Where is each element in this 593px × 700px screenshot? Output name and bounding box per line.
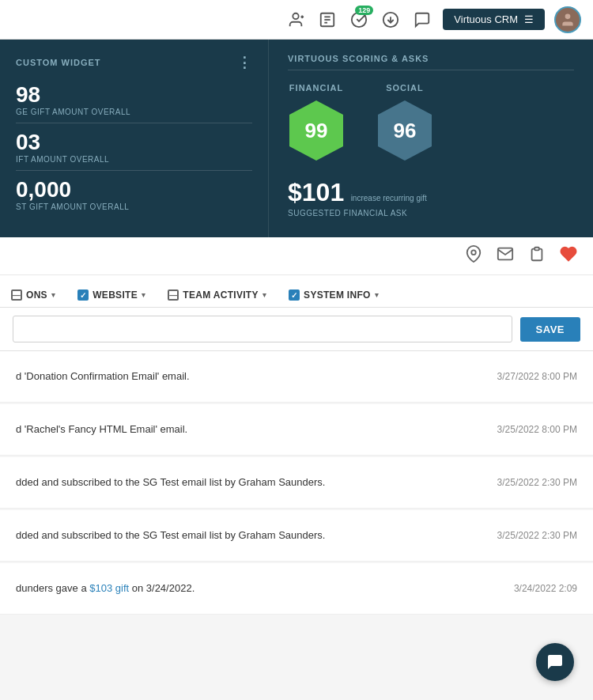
hamburger-icon: ☰ [524,13,534,25]
social-hexagon: 96 [376,99,433,162]
activity-date-5: 3/24/2022 2:09 [514,583,577,594]
notifications-icon[interactable]: 129 [348,9,370,31]
widget-menu-icon[interactable]: ⋮ [237,54,252,71]
filter-website[interactable]: ✓ WEBSITE ▾ [66,283,157,307]
financial-hexagon: 99 [288,99,345,162]
stat-2: 03 IFT AMOUNT OVERALL [16,130,252,164]
financial-score: FINANCIAL 99 [288,83,345,162]
gift-link[interactable]: $103 gift [89,582,129,594]
filter-system-info[interactable]: ✓ SYSTEM INFO ▾ [278,283,390,307]
activity-item-5: dunders gave a $103 gift on 3/24/2022. 3… [0,563,593,615]
activity-date-4: 3/25/2022 2:30 PM [497,530,577,541]
add-contact-icon[interactable] [285,9,307,31]
location-icon[interactable] [465,245,482,267]
activity-text-4: dded and subscribed to the SG Test email… [16,528,482,543]
chat-button[interactable] [536,643,574,681]
dashboard-panel: CUSTOM WIDGET ⋮ 98 GE GIFT AMOUNT OVERAL… [0,40,593,237]
activity-text-1: d 'Donation Confirmation Email' email. [16,369,482,384]
filter-ons[interactable]: — ONS ▾ [0,283,66,307]
top-navigation: 129 Virtuous CRM ☰ [0,0,593,40]
filter-input[interactable] [13,316,512,342]
activity-date-2: 3/25/2022 8:00 PM [497,424,577,435]
stat-1: 98 GE GIFT AMOUNT OVERALL [16,82,252,116]
messages-icon[interactable] [411,9,433,31]
filter-ons-checkbox[interactable]: — [11,289,22,301]
filter-ons-chevron: ▾ [51,291,55,299]
svg-point-13 [471,250,476,255]
clipboard-icon[interactable] [528,245,546,267]
tasks-icon[interactable] [316,9,338,31]
filter-system-info-chevron: ▾ [375,291,379,299]
email-icon[interactable] [497,245,514,267]
filter-website-chevron: ▾ [142,291,145,299]
icon-bar [0,237,593,275]
svg-rect-14 [534,248,539,251]
filter-website-checkbox[interactable]: ✓ [77,289,89,301]
activity-item-3: dded and subscribed to the SG Test email… [0,457,593,509]
social-score: SOCIAL 96 [376,83,433,162]
brand-label: Virtuous CRM [454,13,518,25]
save-button[interactable]: SAVE [520,317,580,342]
filter-team-activity-label: TEAM ACTIVITY [183,289,258,301]
filter-ons-label: ONS [26,289,47,301]
save-row: SAVE [0,308,593,351]
activity-item-1: d 'Donation Confirmation Email' email. 3… [0,351,593,403]
financial-ask: $101 increase recurring gift SUGGESTED F… [288,178,574,218]
scoring-title: VIRTUOUS SCORING & ASKS [288,54,574,70]
activity-item-4: dded and subscribed to the SG Test email… [0,510,593,562]
filter-system-info-label: SYSTEM INFO [304,289,371,301]
activity-text-3: dded and subscribed to the SG Test email… [16,475,482,490]
activity-date-3: 3/25/2022 2:30 PM [497,477,577,488]
svg-point-10 [565,13,571,19]
filter-system-info-checkbox[interactable]: ✓ [289,289,300,301]
avatar[interactable] [554,6,581,33]
filter-team-activity-checkbox[interactable]: — [168,289,179,301]
filter-team-activity[interactable]: — TEAM ACTIVITY ▾ [157,283,278,307]
filter-website-label: WEBSITE [93,289,138,301]
virtuous-crm-button[interactable]: Virtuous CRM ☰ [443,9,545,30]
download-icon[interactable] [380,9,402,31]
virtuous-scoring: VIRTUOUS SCORING & ASKS FINANCIAL 99 SOC… [269,40,593,237]
activity-text-2: d 'Rachel's Fancy HTML Email' email. [16,422,482,437]
activity-date-1: 3/27/2022 8:00 PM [497,371,577,382]
filter-bar: — ONS ▾ ✓ WEBSITE ▾ — TEAM ACTIVITY ▾ ✓ … [0,275,593,308]
filter-team-activity-chevron: ▾ [263,291,266,299]
notification-badge: 129 [355,6,373,15]
stat-3: 0,000 ST GIFT AMOUNT OVERALL [16,177,252,211]
heart-icon[interactable] [560,245,577,267]
custom-widget: CUSTOM WIDGET ⋮ 98 GE GIFT AMOUNT OVERAL… [0,40,269,237]
activity-list: d 'Donation Confirmation Email' email. 3… [0,351,593,615]
svg-point-0 [293,13,299,18]
widget-title: CUSTOM WIDGET ⋮ [16,54,252,71]
activity-text-5: dunders gave a $103 gift on 3/24/2022. [16,581,498,596]
scores-row: FINANCIAL 99 SOCIAL 96 [288,83,574,162]
activity-item-2: d 'Rachel's Fancy HTML Email' email. 3/2… [0,404,593,456]
